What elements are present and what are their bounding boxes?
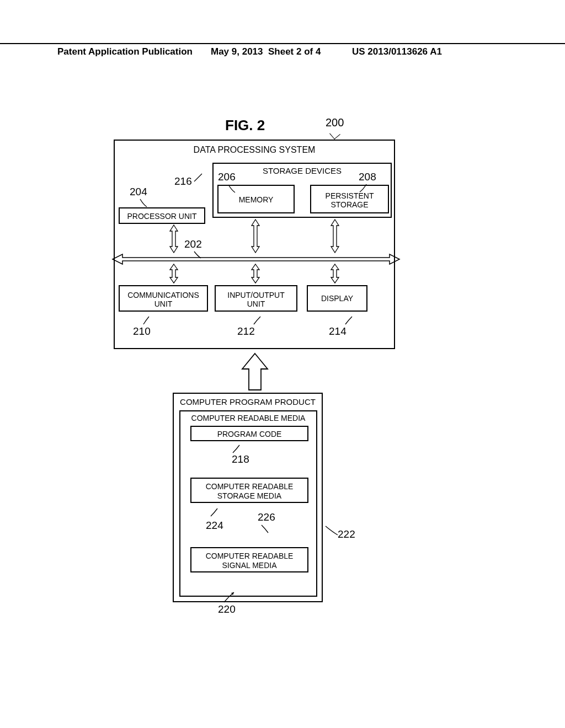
storage-media-l2: STORAGE MEDIA: [217, 491, 281, 500]
leader-icon: [193, 250, 203, 260]
double-arrow-icon: [169, 264, 178, 283]
double-arrow-icon: [169, 225, 178, 253]
header-date-sheet: May 9, 2013 Sheet 2 of 4: [211, 46, 321, 57]
data-processing-system-title: DATA PROCESSING SYSTEM: [115, 145, 394, 155]
ref-212: 212: [237, 325, 255, 338]
media-title: COMPUTER READABLE MEDIA: [180, 414, 316, 422]
ref-226: 226: [258, 511, 275, 523]
svg-marker-7: [242, 354, 268, 390]
ref-208: 208: [359, 171, 376, 183]
figure-title: FIG. 2: [225, 117, 265, 134]
ref-218: 218: [232, 453, 249, 465]
storage-media-box: COMPUTER READABLE STORAGE MEDIA: [190, 478, 308, 503]
svg-marker-5: [252, 264, 259, 283]
leader-icon: [326, 524, 339, 537]
computer-program-product-box: COMPUTER PROGRAM PRODUCT COMPUTER READAB…: [173, 393, 323, 602]
signal-media-l1: COMPUTER READABLE: [206, 552, 294, 560]
page-header: Patent Application Publication May 9, 20…: [0, 43, 565, 46]
program-code-box: PROGRAM CODE: [190, 426, 308, 441]
io-line1: INPUT/OUTPUT: [227, 291, 284, 299]
ref-204: 204: [130, 186, 147, 198]
header-pubno: US 2013/0113626 A1: [352, 46, 442, 57]
open-arrow-icon: [242, 354, 268, 390]
leader-200-icon: [329, 129, 340, 140]
svg-marker-4: [170, 264, 178, 283]
leader-icon: [227, 184, 237, 194]
ref-224: 224: [206, 520, 223, 532]
io-line2: UNIT: [247, 299, 265, 308]
double-arrow-icon: [331, 220, 339, 253]
ref-206: 206: [218, 171, 236, 183]
leader-icon: [209, 507, 218, 517]
double-arrow-icon: [251, 264, 260, 283]
display-box: DISPLAY: [307, 285, 367, 312]
ref-214: 214: [329, 325, 347, 338]
comm-line1: COMMUNICATIONS: [127, 291, 199, 299]
io-unit-box: INPUT/OUTPUT UNIT: [215, 285, 297, 312]
leader-icon: [193, 173, 203, 183]
header-sheet: Sheet 2 of 4: [268, 46, 321, 57]
svg-marker-0: [113, 254, 399, 264]
persistent-storage-box: PERSISTENT STORAGE: [310, 185, 389, 213]
leader-icon: [253, 315, 263, 325]
bus-arrow-icon: [113, 254, 399, 265]
leader-icon: [223, 591, 235, 603]
signal-media-l2: SIGNAL MEDIA: [222, 561, 276, 570]
computer-readable-media-box: COMPUTER READABLE MEDIA PROGRAM CODE COM…: [179, 410, 317, 597]
leader-icon: [259, 524, 269, 534]
product-title: COMPUTER PROGRAM PRODUCT: [174, 397, 322, 406]
svg-marker-6: [331, 264, 339, 283]
header-publication: Patent Application Publication: [57, 46, 193, 57]
comm-line2: UNIT: [154, 299, 173, 308]
leader-icon: [231, 444, 241, 454]
svg-marker-3: [331, 220, 339, 253]
ref-216: 216: [174, 175, 192, 188]
leader-icon: [344, 315, 354, 325]
ref-200: 200: [326, 116, 344, 129]
double-arrow-icon: [251, 220, 260, 253]
leader-icon: [358, 183, 367, 193]
communications-unit-box: COMMUNICATIONS UNIT: [119, 285, 208, 312]
ref-220: 220: [218, 603, 236, 615]
header-date: May 9, 2013: [211, 46, 263, 57]
persistent-line2: STORAGE: [331, 200, 368, 209]
svg-marker-2: [252, 220, 259, 253]
processor-unit-box: PROCESSOR UNIT: [119, 207, 205, 224]
storage-media-l1: COMPUTER READABLE: [206, 482, 294, 491]
ref-222: 222: [338, 528, 355, 540]
signal-media-box: COMPUTER READABLE SIGNAL MEDIA: [190, 547, 308, 572]
double-arrow-icon: [331, 264, 339, 283]
ref-210: 210: [133, 325, 151, 338]
leader-icon: [139, 198, 149, 208]
svg-marker-1: [170, 225, 178, 253]
ref-202: 202: [184, 238, 202, 250]
leader-icon: [141, 315, 151, 325]
